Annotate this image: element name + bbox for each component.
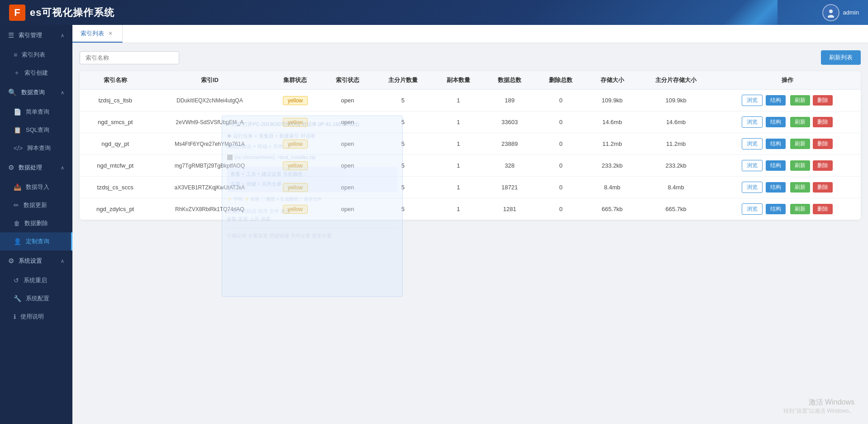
group-system: ⚙ 系统设置 ∧ ↺ 系统重启 🔧 系统配置 ℹ 使用说明	[0, 251, 72, 326]
refresh-button[interactable]: 刷新列表	[821, 50, 861, 65]
cell-name: tzdsj_cs_ltsb	[80, 90, 151, 111]
svg-point-0	[829, 10, 833, 13]
struct-button[interactable]: 结构	[766, 139, 786, 149]
col-primary-store-size: 主分片存储大小	[638, 71, 714, 90]
svg-point-1	[828, 15, 834, 18]
info-icon: ℹ	[14, 313, 16, 320]
cell-replicas: 1	[433, 133, 484, 155]
struct-button[interactable]: 结构	[766, 160, 786, 171]
cell-replicas: 1	[433, 177, 484, 198]
group-header-query[interactable]: 🔍 数据查询 ∧	[0, 82, 72, 103]
cell-cluster-status: yellow	[268, 133, 322, 155]
tab-label: 索引列表	[81, 29, 104, 38]
sidebar-item-sql-query[interactable]: 📋 SQL查询	[0, 121, 72, 139]
sidebar-item-data-delete[interactable]: 🗑 数据删除	[0, 214, 72, 232]
sidebar-item-restart[interactable]: ↺ 系统重启	[0, 271, 72, 289]
cell-cluster-status: yellow	[268, 177, 322, 198]
settings-icon: ⚙	[8, 257, 14, 265]
browse-button[interactable]: 浏览	[742, 95, 763, 106]
page-content: 刷新列表 索引名称 索引ID 集群状态 索引状态 主分片数量 副本数量 数据总数…	[72, 43, 868, 424]
cell-actions: 浏览 结构 刷新 删除	[714, 198, 861, 220]
delete-row-button[interactable]: 删除	[813, 160, 833, 171]
arrow-icon: ∧	[61, 33, 64, 39]
struct-button[interactable]: 结构	[766, 204, 786, 214]
arrow-icon-process: ∧	[61, 165, 64, 171]
header-accent	[723, 0, 777, 25]
col-primary-shards: 主分片数量	[373, 71, 433, 90]
update-icon: ✏	[14, 202, 19, 209]
cell-index-status: open	[322, 155, 373, 177]
browse-button[interactable]: 浏览	[742, 138, 763, 149]
browse-button[interactable]: 浏览	[742, 182, 763, 193]
tab-index-list[interactable]: 索引列表 ✕	[72, 25, 123, 43]
cell-name: ngd_qy_pt	[80, 133, 151, 155]
sidebar-item-data-import[interactable]: 📥 数据导入	[0, 178, 72, 196]
delete-row-button[interactable]: 删除	[813, 139, 833, 149]
sidebar-item-simple-query[interactable]: 📄 简单查询	[0, 103, 72, 121]
sidebar-label-help: 使用说明	[20, 313, 44, 321]
cell-store-size: 665.7kb	[587, 198, 638, 220]
cell-store-size: 8.4mb	[587, 177, 638, 198]
cell-replicas: 1	[433, 155, 484, 177]
col-actions: 操作	[714, 71, 861, 90]
group-index-management: ☰ 索引管理 ∧ ≡ 索引列表 ＋ 索引创建	[0, 25, 72, 82]
script-icon: </>	[14, 145, 23, 152]
sidebar-item-index-list[interactable]: ≡ 索引列表	[0, 46, 72, 64]
sidebar-item-config[interactable]: 🔧 系统配置	[0, 289, 72, 308]
restart-icon: ↺	[14, 277, 19, 284]
refresh-row-button[interactable]: 刷新	[790, 204, 810, 214]
refresh-row-button[interactable]: 刷新	[790, 95, 810, 106]
refresh-row-button[interactable]: 刷新	[790, 139, 810, 149]
cluster-status-badge: yellow	[283, 118, 308, 127]
cell-cluster-status: yellow	[268, 90, 322, 111]
avatar[interactable]	[822, 4, 839, 21]
group-label-system: 系统设置	[19, 257, 42, 265]
browse-button[interactable]: 浏览	[742, 160, 763, 171]
cell-replicas: 1	[433, 90, 484, 111]
cell-actions: 浏览 结构 刷新 删除	[714, 90, 861, 111]
refresh-row-button[interactable]: 刷新	[790, 160, 810, 171]
sidebar-label-restart: 系统重启	[24, 276, 47, 284]
sidebar-item-custom-query[interactable]: 👤 定制查询	[0, 232, 72, 251]
sql-icon: 📋	[14, 126, 21, 134]
delete-row-button[interactable]: 删除	[813, 182, 833, 193]
search-input[interactable]	[80, 51, 179, 64]
sidebar-item-script-query[interactable]: </> 脚本查询	[0, 139, 72, 157]
group-header-process[interactable]: ⚙ 数据处理 ∧	[0, 157, 72, 178]
cell-primary-shards: 5	[373, 155, 433, 177]
plus-icon: ＋	[14, 69, 20, 77]
delete-row-button[interactable]: 删除	[813, 95, 833, 106]
refresh-row-button[interactable]: 刷新	[790, 117, 810, 127]
browse-button[interactable]: 浏览	[742, 203, 763, 215]
cell-name: tzdsj_cs_sccs	[80, 177, 151, 198]
group-data-process: ⚙ 数据处理 ∧ 📥 数据导入 ✏ 数据更新 🗑 数据删除 👤 定制查询	[0, 157, 72, 251]
table-row: ngd_zdylcs_pt RhKvZVX8RbiRk1TQ74rlAQ yel…	[80, 198, 861, 220]
sidebar-label-config: 系统配置	[26, 294, 49, 303]
group-header-system[interactable]: ⚙ 系统设置 ∧	[0, 251, 72, 271]
refresh-row-button[interactable]: 刷新	[790, 182, 810, 193]
cell-store-size: 233.2kb	[587, 155, 638, 177]
cluster-status-badge: yellow	[283, 140, 308, 149]
delete-row-button[interactable]: 删除	[813, 204, 833, 214]
cell-replicas: 1	[433, 111, 484, 133]
table-row: tzdsj_cs_sccs aX3VEB1RTZKqjKwUtATJxA yel…	[80, 177, 861, 198]
struct-button[interactable]: 结构	[766, 95, 786, 106]
cell-index-status: open	[322, 198, 373, 220]
delete-row-button[interactable]: 删除	[813, 117, 833, 127]
col-store-size: 存储大小	[587, 71, 638, 90]
sidebar-item-index-create[interactable]: ＋ 索引创建	[0, 64, 72, 82]
app-title: es可视化操作系统	[30, 6, 114, 19]
main-layout: ☰ 索引管理 ∧ ≡ 索引列表 ＋ 索引创建 🔍 数据查询 ∧ 📄 简单查询	[0, 25, 868, 424]
user-area[interactable]: admin	[822, 4, 859, 21]
doc-icon: 📄	[14, 108, 21, 116]
cell-index-status: open	[322, 90, 373, 111]
cell-store-size: 14.6mb	[587, 111, 638, 133]
browse-button[interactable]: 浏览	[742, 116, 763, 128]
sidebar-item-help[interactable]: ℹ 使用说明	[0, 308, 72, 326]
table-row: ngd_mtcfw_pt mg7TgRMBTj29TgBkptfAOQ yell…	[80, 155, 861, 177]
struct-button[interactable]: 结构	[766, 117, 786, 127]
group-header-index[interactable]: ☰ 索引管理 ∧	[0, 25, 72, 46]
sidebar-item-data-update[interactable]: ✏ 数据更新	[0, 196, 72, 214]
tab-close-button[interactable]: ✕	[107, 30, 114, 37]
struct-button[interactable]: 结构	[766, 182, 786, 193]
